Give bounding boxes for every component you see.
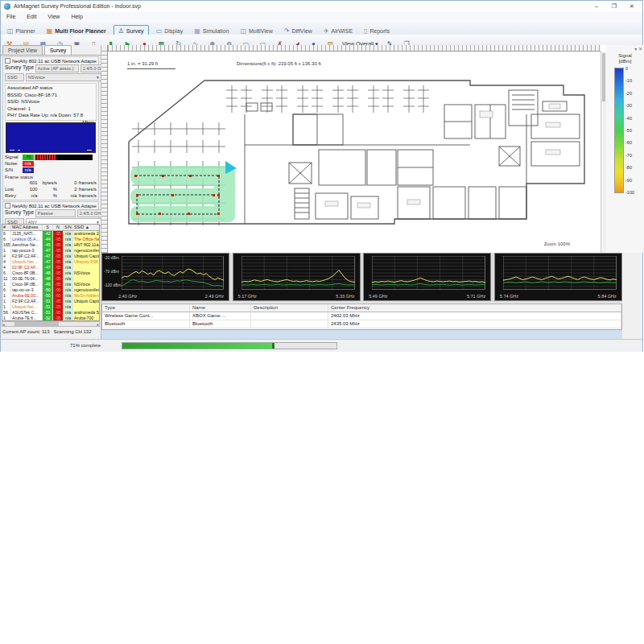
apstatus-ssid-value: NSVoice xyxy=(21,99,39,104)
legend-tick: -30 xyxy=(625,103,642,108)
ap-table-row[interactable]: 1F2:9F:C2:AF...-51-95n/aUbiquiti Captive xyxy=(2,299,99,304)
noise-label: Noise xyxy=(5,161,21,166)
multiview-icon: ◫ xyxy=(240,27,246,35)
ap-table-row[interactable]: 1Cisco-9F:0B...-49-95n/aNSVoice xyxy=(2,282,99,287)
apstatus-ssid-label: SSID: xyxy=(7,99,20,104)
bssid-value: Cisco-8F:18:71 xyxy=(24,93,57,97)
ap-table-row[interactable]: 6tap-oo-us-3-50-95n/angenuiconifer xyxy=(2,287,99,293)
signal-color-scale xyxy=(614,68,624,193)
legend-tick: -100 xyxy=(625,190,642,195)
ribbon-tab-label: Simulation xyxy=(203,28,229,34)
menu-edit[interactable]: Edit xyxy=(21,12,42,22)
ap-table-hscrollbar[interactable]: ◂▸ xyxy=(2,321,100,327)
legend-pane-buttons[interactable]: ▾ ✕ xyxy=(634,46,642,52)
bssid-label: BSSID: xyxy=(7,93,23,97)
ap-col-ssid[interactable]: SSID ▲ xyxy=(73,225,99,230)
spectrum-chart-2: 5.17 GHz5.33 GHz xyxy=(233,253,361,301)
planner-icon: ◫ xyxy=(7,27,14,35)
scanning-channel-text: Scanning CH 132 xyxy=(54,329,92,334)
diffview-icon: ↷ xyxy=(284,27,290,35)
floor-plan-canvas-zone: 1 in. = 31.29 ft Dimensions(ft x ft): 21… xyxy=(101,45,606,253)
survey-type-select[interactable]: Active (AP assoc.) xyxy=(35,64,79,72)
device-table-row[interactable]: BluetoothBluetooth2435.03 MHz xyxy=(102,320,621,328)
map-scale-text: 1 in. = 31.29 ft xyxy=(127,61,158,66)
ap-table-row[interactable]: 165Aerohive Ne...-45-95n/aHNT 802.11ax xyxy=(2,242,99,248)
device-table-row[interactable]: Wireless Game Cont...XBOX Game ...2402.0… xyxy=(102,312,621,320)
adapter1-checkbox-row[interactable]: NetAlly 802.11 ac USB Network Adapter xyxy=(5,58,97,64)
menu-bar: FileEditViewHelp xyxy=(1,12,642,22)
ssid-label-select[interactable]: SSID xyxy=(5,73,24,81)
device-col-description[interactable]: Description xyxy=(251,304,328,312)
survey-icon: ♙ xyxy=(118,27,124,35)
horizontal-ruler xyxy=(108,45,601,52)
ap-count-status: Current AP count: 113 Scanning CH 132 xyxy=(2,329,100,334)
ap-table-row[interactable]: 1Aruba-7E:6...-52-95n/aAruba-700 xyxy=(2,316,99,321)
interferer-device-table[interactable]: TypeNameDescriptionCenter FrequencyWirel… xyxy=(101,303,622,330)
ap-col-s[interactable]: S xyxy=(43,225,53,230)
adapter1-section: NetAlly 802.11 ac USB Network Adapter Su… xyxy=(2,56,99,200)
maximize-button[interactable]: ❐ xyxy=(605,2,623,11)
ap-col-sn[interactable]: S/N xyxy=(64,225,73,230)
device-col-name[interactable]: Name xyxy=(190,304,251,312)
device-table-header[interactable]: TypeNameDescriptionCenter Frequency xyxy=(102,304,621,312)
ribbon-tab-label: Reports xyxy=(369,28,390,34)
device-col-type[interactable]: Type xyxy=(102,304,190,312)
ap-table-row[interactable]: 6Linksys 05:A...-44-95n/aThe Office Netw… xyxy=(2,237,99,242)
floor-plan-drawing xyxy=(124,72,589,233)
adapter1-checkbox[interactable] xyxy=(5,58,10,64)
icon-toolbar: ⚒▤▦◷▣▯▮▶●▩↻∿⊕⊖▭▭✗◢●▨View Overall ▾✎❐ xyxy=(1,35,642,46)
legend-tick: -20 xyxy=(625,91,642,96)
close-button[interactable]: ✕ xyxy=(623,2,641,11)
ap-table-row[interactable]: 4Ubiquiti Net...-47-95n/aUbiquity PSK xyxy=(2,259,99,265)
ribbon-tab-label: DiffView xyxy=(291,28,312,34)
ribbon-tab-label: AirWISE xyxy=(332,28,353,34)
left-tab-project-view[interactable]: Project View xyxy=(2,45,43,55)
ap-table-row[interactable]: 402:9F:C2:AF...-47-95n/a xyxy=(2,265,99,270)
ap-table[interactable]: #MAC AddressSNS/NSSID ▲6J125_NATI...-42-… xyxy=(2,224,100,321)
phy-up-value: n/a xyxy=(51,113,57,118)
ap-col-macaddress[interactable]: MAC Address xyxy=(11,225,43,230)
ap-table-row[interactable]: 56ASUSTek C...-51-95n/aandromeda 5g xyxy=(2,310,99,316)
spectrum-xstart-label: 5.17 GHz xyxy=(238,294,257,299)
menu-help[interactable]: Help xyxy=(65,12,88,22)
legend-title: Signal [dBm] xyxy=(606,53,644,64)
ap-table-row[interactable]: 4F2:9F:C2:AF...-47-95n/aUbiquiti Captive xyxy=(2,254,99,259)
ap-table-row[interactable]: 1Aruba-6E:00...-50-95n/aMoSn-hidden xyxy=(2,293,99,299)
ap-table-row[interactable]: 6J125_NATI...-42-95n/aandromeda 2g xyxy=(2,231,99,237)
left-tab-survey[interactable]: Survey xyxy=(44,45,72,55)
spectrum-series-max xyxy=(372,278,485,283)
ap-col-n[interactable]: N xyxy=(53,225,64,230)
spectrum-xstart-label: 5.49 GHz xyxy=(369,294,387,299)
spectrum-xend-label: 5.84 GHz xyxy=(598,294,617,299)
device-col-center-frequency[interactable]: Center Frequency xyxy=(328,304,621,312)
survey-type2-label: Survey Type xyxy=(5,209,34,215)
legend-title-text: Signal xyxy=(606,53,644,59)
legend-tick: -10 xyxy=(625,78,642,83)
adapter2-checkbox-row[interactable]: NetAlly 802.11 ac USB Network Adapter xyxy=(5,203,97,208)
frame-status-row: 601bytes/s0frames/s xyxy=(5,180,97,186)
ap-table-row[interactable]: 1Ubiquiti Net...-51-95n/a xyxy=(2,304,99,310)
floor-plan-canvas[interactable]: 1 in. = 31.29 ft Dimensions(ft x ft): 21… xyxy=(108,52,601,253)
airwise-icon: ✈ xyxy=(324,27,329,35)
noise-value-badge: n/a xyxy=(23,161,34,167)
simulation-icon: ▦ xyxy=(194,27,200,35)
menu-view[interactable]: View xyxy=(42,12,65,22)
ssid-select[interactable]: NSVoice▾ xyxy=(26,73,101,81)
vertical-ruler xyxy=(101,51,108,253)
sn-value-badge: n/a xyxy=(23,167,34,173)
chevron-down-icon: ▾ xyxy=(97,74,99,80)
ap-col-[interactable]: # xyxy=(2,225,11,230)
minimize-button[interactable]: – xyxy=(588,2,605,11)
spectrum-xend-label: 2.49 GHz xyxy=(205,294,224,299)
map-scale-bar xyxy=(127,68,175,69)
canvas-vscrollbar[interactable] xyxy=(601,52,606,253)
menu-file[interactable]: File xyxy=(1,12,21,22)
signal-value-badge: -70 xyxy=(23,155,34,160)
ap-table-header[interactable]: #MAC AddressSNS/NSSID ▲ xyxy=(2,225,99,231)
ap-table-row[interactable]: 1tap-pocus-3-47-95n/angenuiconifer xyxy=(2,248,99,254)
ap-table-row[interactable]: 1100:0E:76:04...-48-95n/a xyxy=(2,276,99,282)
adapter2-checkbox[interactable] xyxy=(5,203,10,208)
survey-type2-select[interactable]: Passive xyxy=(35,209,76,217)
ap-table-row[interactable]: 6Cisco-8F:0B...-48-95n/aNSVoice xyxy=(2,270,99,276)
left-panel: Project ViewSurvey NetAlly 802.11 ac USB… xyxy=(1,45,101,339)
